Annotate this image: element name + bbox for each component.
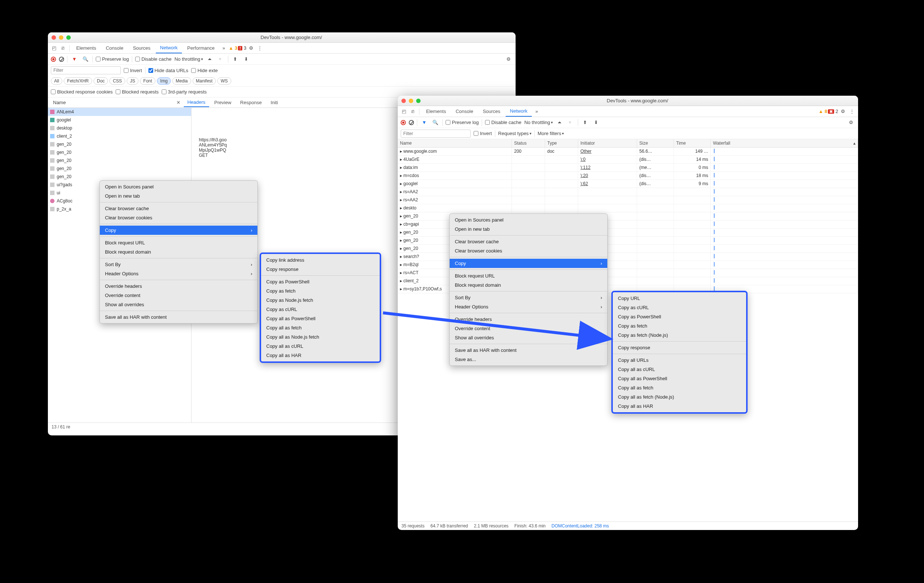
preserve-log-checkbox[interactable]: Preserve log (96, 56, 129, 62)
ctx-copy[interactable]: Copy (100, 226, 257, 235)
copy-all-as-fetch-nodejs[interactable]: Copy all as fetch (Node.js) (613, 392, 746, 402)
col-status[interactable]: Status (512, 139, 545, 147)
copy-all-as-har[interactable]: Copy all as HAR (261, 351, 380, 360)
subtab-headers[interactable]: Headers (184, 98, 209, 107)
more-tabs-icon[interactable]: » (533, 107, 541, 115)
type-img[interactable]: Img (157, 77, 171, 85)
request-row[interactable]: ▸ data:im):112(me…0 ms (398, 164, 858, 172)
filter-input[interactable] (401, 130, 471, 138)
tab-elements[interactable]: Elements (72, 43, 101, 53)
throttling-select[interactable]: No throttling (175, 56, 203, 62)
tab-sources[interactable]: Sources (129, 43, 155, 53)
network-settings-icon[interactable] (847, 119, 855, 127)
warning-badge[interactable]: ▲ 8 (818, 109, 827, 114)
filter-icon[interactable]: ▼ (70, 55, 78, 63)
wifi-conditions-icon[interactable]: ᯤ (217, 55, 225, 63)
request-row[interactable]: gen_20 (48, 173, 191, 181)
subtab-response[interactable]: Response (236, 98, 266, 107)
copy-as-fetch-nodejs[interactable]: Copy as fetch (Node.js) (613, 331, 746, 340)
ctx-clear-cookies[interactable]: Clear browser cookies (450, 246, 607, 255)
type-manifest[interactable]: Manifest (193, 77, 216, 85)
ctx-save-har[interactable]: Save all as HAR with content (450, 346, 607, 355)
col-time[interactable]: Time (674, 139, 711, 147)
request-row[interactable]: ▸ www.google.com200docOther56.6…149 … (398, 148, 858, 156)
col-size[interactable]: Size (637, 139, 674, 147)
minimize-window[interactable] (59, 35, 63, 40)
ctx-block-domain[interactable]: Block request domain (100, 247, 257, 257)
type-doc[interactable]: Doc (94, 77, 108, 85)
ctx-save-as[interactable]: Save as... (450, 355, 607, 364)
ctx-header-options[interactable]: Header Options (450, 302, 607, 311)
maximize-window[interactable] (416, 99, 421, 103)
request-types-select[interactable]: Request types (498, 131, 531, 136)
request-row[interactable]: gen_20 (48, 165, 191, 173)
wifi-icon[interactable]: ⏶ (556, 119, 564, 127)
wifi-icon[interactable]: ⏶ (206, 55, 214, 63)
copy-url[interactable]: Copy URL (613, 294, 746, 303)
invert-checkbox[interactable]: Invert (124, 68, 142, 73)
copy-all-as-powershell[interactable]: Copy all as PowerShell (261, 314, 380, 323)
invert-checkbox[interactable]: Invert (474, 131, 492, 136)
copy-all-as-curl[interactable]: Copy all as cURL (613, 365, 746, 374)
type-css[interactable]: CSS (109, 77, 125, 85)
download-icon[interactable]: ⬇ (243, 55, 251, 63)
download-icon[interactable]: ⬇ (592, 119, 600, 127)
inspect-icon[interactable]: ◰ (50, 44, 58, 52)
ctx-open-tab[interactable]: Open in new tab (450, 224, 607, 234)
ctx-block-url[interactable]: Block request URL (450, 271, 607, 280)
type-all[interactable]: All (51, 77, 62, 85)
copy-all-as-fetch[interactable]: Copy all as fetch (261, 323, 380, 333)
copy-as-curl[interactable]: Copy as cURL (261, 305, 380, 314)
request-row[interactable]: gen_20 (48, 156, 191, 165)
record-button[interactable] (401, 120, 406, 125)
request-row[interactable]: gen_20 (48, 148, 191, 156)
filter-input[interactable] (51, 66, 121, 74)
copy-as-powershell[interactable]: Copy as PowerShell (261, 277, 380, 287)
tab-sources[interactable]: Sources (478, 106, 505, 116)
ctx-copy[interactable]: Copy (450, 259, 607, 268)
request-row[interactable]: ▸ m=cdos):20(dis…18 ms (398, 172, 858, 180)
copy-as-fetch[interactable]: Copy as fetch (261, 287, 380, 296)
blocked-cookies-checkbox[interactable]: Blocked response cookies (51, 89, 113, 95)
tab-console[interactable]: Console (101, 43, 128, 53)
kebab-menu-icon[interactable] (256, 44, 264, 52)
type-media[interactable]: Media (172, 77, 191, 85)
request-row[interactable]: ▸ 4UaGrE):0(dis…14 ms (398, 156, 858, 164)
disable-cache-checkbox[interactable]: Disable cache (485, 120, 521, 125)
ctx-show-overrides[interactable]: Show all overrides (100, 300, 257, 309)
copy-all-urls[interactable]: Copy all URLs (613, 356, 746, 365)
device-icon[interactable]: ⎚ (409, 107, 417, 115)
inspect-icon[interactable]: ◰ (400, 107, 408, 115)
request-row[interactable]: ▸ rs=AA2 (398, 188, 858, 196)
warning-badge[interactable]: ▲ 3 (229, 45, 238, 51)
third-party-checkbox[interactable]: 3rd-party requests (162, 89, 207, 95)
clear-button[interactable] (59, 57, 64, 62)
ctx-show-overrides[interactable]: Show all overrides (450, 333, 607, 342)
request-row[interactable]: ▸ deskto (398, 204, 858, 212)
ctx-open-sources[interactable]: Open in Sources panel (100, 182, 257, 191)
col-initiator[interactable]: Initiator (578, 139, 637, 147)
copy-as-nodejs-fetch[interactable]: Copy as Node.js fetch (261, 296, 380, 305)
tab-elements[interactable]: Elements (422, 106, 450, 116)
wifi-conditions-icon[interactable]: ᯤ (567, 119, 575, 127)
close-window[interactable] (51, 35, 56, 40)
clear-button[interactable] (409, 120, 414, 125)
settings-gear-icon[interactable] (247, 44, 255, 52)
maximize-window[interactable] (66, 35, 71, 40)
request-row[interactable]: client_2 (48, 132, 191, 140)
ctx-override-content[interactable]: Override content (100, 291, 257, 300)
ctx-clear-cookies[interactable]: Clear browser cookies (100, 213, 257, 222)
tab-network[interactable]: Network (506, 106, 532, 117)
copy-response[interactable]: Copy response (613, 343, 746, 352)
type-font[interactable]: Font (140, 77, 155, 85)
type-ws[interactable]: WS (217, 77, 231, 85)
upload-icon[interactable]: ⬆ (581, 119, 589, 127)
ctx-clear-cache[interactable]: Clear browser cache (100, 204, 257, 213)
ctx-block-url[interactable]: Block request URL (100, 238, 257, 247)
copy-as-powershell[interactable]: Copy as PowerShell (613, 312, 746, 321)
search-icon[interactable]: 🔍 (431, 119, 439, 127)
ctx-block-domain[interactable]: Block request domain (450, 280, 607, 290)
close-window[interactable] (401, 99, 406, 103)
ctx-sort-by[interactable]: Sort By (100, 260, 257, 269)
type-js[interactable]: JS (127, 77, 139, 85)
